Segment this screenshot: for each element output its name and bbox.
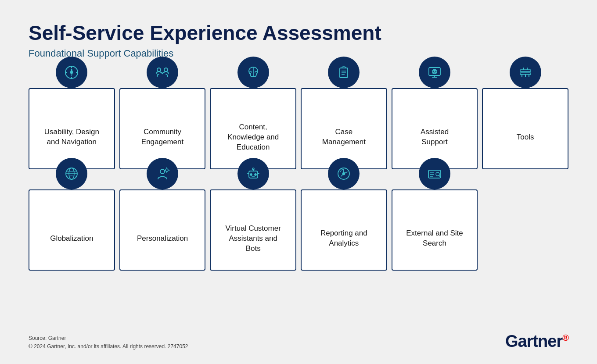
page-title: Self-Service Experience Assessment	[29, 22, 568, 44]
content-label: Content,Knowledge andEducation	[227, 122, 279, 153]
reporting-label: Reporting andAnalytics	[320, 228, 367, 249]
footer: Source: Gartner © 2024 Gartner, Inc. and…	[29, 332, 568, 351]
site-search-icon	[427, 166, 442, 182]
case-card-box: CaseManagement	[301, 88, 387, 169]
community-card-box: CommunityEngagement	[119, 88, 206, 169]
page-container: Self-Service Experience Assessment Found…	[0, 0, 597, 364]
reporting-icon-circle	[328, 158, 360, 189]
page-subtitle: Foundational Support Capabilities	[29, 48, 568, 59]
svg-point-37	[255, 174, 256, 175]
card-community: CommunityEngagement	[119, 72, 206, 169]
card-external: External and SiteSearch	[392, 174, 478, 271]
card-content: Content,Knowledge andEducation	[210, 72, 296, 169]
community-icon-circle	[147, 57, 178, 88]
usability-card-box: Usability, Designand Navigation	[29, 88, 115, 169]
card-personalization: Personalization	[119, 174, 206, 271]
virtual-icon-circle	[237, 158, 269, 189]
grid-row-2: Globalization Perso	[29, 174, 568, 271]
virtual-label: Virtual CustomerAssistants andBots	[226, 224, 281, 254]
globalization-label: Globalization	[50, 234, 93, 244]
case-label: CaseManagement	[322, 127, 366, 147]
card-globalization: Globalization	[29, 174, 115, 271]
source-line2: © 2024 Gartner, Inc. and/or its affiliat…	[29, 343, 188, 351]
case-icon-circle	[328, 57, 360, 88]
svg-point-36	[250, 174, 252, 175]
globalization-icon-circle	[56, 158, 87, 189]
svg-point-16	[434, 70, 435, 71]
tools-card-box: Tools	[482, 88, 568, 169]
footer-source: Source: Gartner © 2024 Gartner, Inc. and…	[29, 334, 188, 351]
card-usability: Usability, Designand Navigation	[29, 72, 115, 169]
gartner-dot: ®	[562, 333, 568, 343]
personalization-label: Personalization	[137, 234, 188, 244]
reporting-card-box: Reporting andAnalytics	[301, 189, 387, 271]
svg-point-40	[252, 168, 254, 170]
clipboard-icon	[336, 64, 352, 80]
external-label: External and SiteSearch	[406, 228, 463, 249]
bot-icon	[245, 166, 261, 182]
external-card-box: External and SiteSearch	[392, 189, 478, 271]
assisted-label: AssistedSupport	[421, 127, 449, 147]
svg-point-30	[165, 169, 168, 171]
svg-point-9	[164, 68, 168, 71]
external-icon-circle	[419, 158, 450, 189]
source-line1: Source: Gartner	[29, 334, 188, 343]
community-label: CommunityEngagement	[141, 127, 183, 147]
gartner-logo: Gartner®	[505, 332, 568, 351]
usability-label: Usability, Designand Navigation	[44, 127, 99, 147]
svg-marker-6	[71, 69, 72, 72]
compass-icon	[64, 64, 79, 80]
grid-row-1: Usability, Designand Navigation	[29, 72, 568, 169]
svg-marker-7	[71, 72, 72, 76]
analytics-icon	[336, 166, 352, 182]
card-assisted: AssistedSupport	[392, 72, 478, 169]
globalization-card-box: Globalization	[29, 189, 115, 271]
tools-label: Tools	[517, 132, 534, 143]
handshake-icon	[155, 64, 170, 80]
card-reporting: Reporting andAnalytics	[301, 174, 387, 271]
svg-line-47	[439, 175, 440, 177]
personalization-card-box: Personalization	[119, 189, 206, 271]
card-case: CaseManagement	[301, 72, 387, 169]
svg-point-44	[343, 172, 345, 175]
grid-container: Usability, Designand Navigation	[29, 72, 568, 323]
person-screen-icon	[427, 64, 442, 80]
svg-point-8	[157, 68, 161, 71]
card-tools: Tools	[482, 72, 568, 169]
virtual-card-box: Virtual CustomerAssistants andBots	[210, 189, 296, 271]
personalization-icon-circle	[147, 158, 178, 189]
globe-icon	[64, 166, 79, 182]
tools-icon	[518, 64, 533, 80]
personalization-icon	[155, 166, 170, 182]
assisted-card-box: AssistedSupport	[392, 88, 478, 169]
svg-rect-45	[428, 170, 441, 178]
card-virtual: Virtual CustomerAssistants andBots	[210, 174, 296, 271]
tools-icon-circle	[510, 57, 541, 88]
content-icon-circle	[237, 57, 269, 88]
usability-icon-circle	[56, 57, 87, 88]
assisted-icon-circle	[419, 57, 450, 88]
content-card-box: Content,Knowledge andEducation	[210, 88, 296, 169]
svg-rect-19	[520, 70, 531, 71]
brain-icon	[245, 64, 261, 80]
